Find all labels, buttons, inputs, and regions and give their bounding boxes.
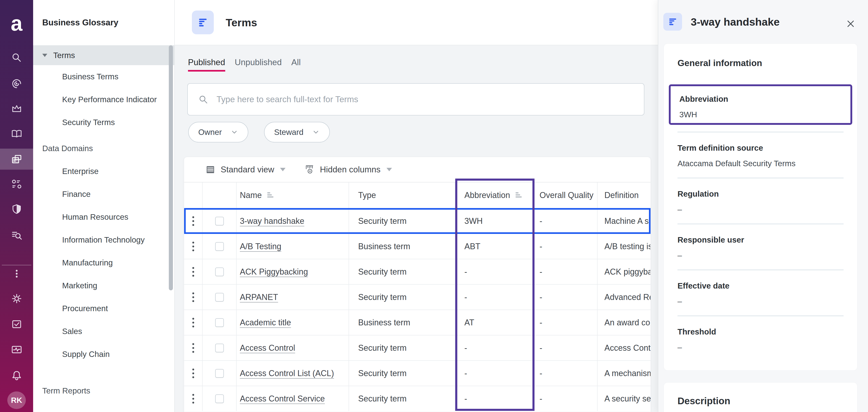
term-link[interactable]: Access Control List (ACL)	[240, 369, 334, 378]
sidebar-item-key-performance-indicator[interactable]: Key Performance Indicator	[33, 88, 174, 111]
row-abbreviation-cell: -	[455, 259, 534, 284]
term-link[interactable]: ARPANET	[240, 292, 278, 302]
column-header-abbreviation[interactable]: Abbreviation	[455, 182, 534, 208]
term-link[interactable]: Access Control	[240, 343, 295, 353]
monitoring-pulse-icon[interactable]	[0, 339, 33, 360]
sidebar-item-sales[interactable]: Sales	[33, 320, 174, 343]
more-kebab-icon[interactable]	[0, 263, 33, 284]
sidebar-item-label: Data Domains	[42, 144, 93, 153]
row-name-cell: Academic title	[237, 310, 349, 335]
term-link[interactable]: Access Control Service	[240, 394, 325, 404]
row-type-cell: Security term	[349, 361, 455, 386]
row-checkbox[interactable]	[215, 394, 224, 403]
tab-bar: PublishedUnpublishedAll	[188, 58, 301, 71]
row-checkbox[interactable]	[215, 344, 224, 352]
tab-unpublished[interactable]: Unpublished	[235, 58, 282, 71]
main-header: Terms	[175, 0, 658, 45]
row-definition-cell: A security se	[597, 386, 651, 411]
sidebar-item-label: Procurement	[62, 304, 108, 313]
term-link[interactable]: Academic title	[240, 318, 291, 327]
steward-filter-dropdown[interactable]: Steward	[264, 122, 330, 142]
row-kebab-icon[interactable]	[191, 367, 195, 380]
data-quality-icon[interactable]	[0, 225, 33, 245]
search-bar[interactable]	[187, 83, 644, 115]
sidebar-item-label: Information Technology	[62, 235, 145, 244]
row-select-cell	[203, 361, 237, 386]
table-row: ACK PiggybackingSecurity term--ACK piggy…	[184, 259, 651, 284]
sidebar-item-enterprise[interactable]: Enterprise	[33, 160, 174, 183]
table-row: Access Control List (ACL)Security term--…	[184, 360, 651, 386]
data-discovery-icon[interactable]	[0, 73, 33, 94]
general-information-card: General information Abbreviation 3WH Ter…	[663, 43, 858, 371]
tab-published[interactable]: Published	[188, 58, 225, 71]
field-value: Ataccama Default Security Terms	[678, 159, 843, 168]
column-header-label: Name	[240, 190, 262, 200]
search-icon[interactable]	[0, 47, 33, 68]
term-link[interactable]: 3-way handshake	[240, 216, 304, 226]
column-header-overall-quality[interactable]: Overall Quality	[534, 182, 597, 208]
knowledge-catalog-icon[interactable]	[0, 123, 33, 144]
sidebar-item-manufacturing[interactable]: Manufacturing	[33, 251, 174, 274]
owner-filter-dropdown[interactable]: Owner	[188, 122, 248, 142]
search-input[interactable]	[216, 94, 627, 105]
row-checkbox[interactable]	[215, 242, 224, 251]
column-header-name[interactable]: Name	[237, 182, 349, 208]
close-icon[interactable]	[845, 18, 856, 29]
column-header-definition[interactable]: Definition	[597, 182, 651, 208]
row-select-cell	[203, 259, 237, 284]
notifications-bell-icon[interactable]	[0, 365, 33, 386]
sidebar-item-supply-chain[interactable]: Supply Chain	[33, 343, 174, 365]
tasks-check-icon[interactable]	[0, 314, 33, 335]
row-quality-cell: -	[534, 285, 597, 310]
crown-icon[interactable]	[0, 98, 33, 119]
row-kebab-icon[interactable]	[191, 392, 195, 405]
field-value: –	[678, 205, 843, 214]
row-abbreviation-cell: -	[455, 285, 534, 310]
sidebar-item-human-resources[interactable]: Human Resources	[33, 206, 174, 228]
row-checkbox[interactable]	[215, 318, 224, 327]
table-row: 3-way handshakeSecurity term3WH-Machine …	[184, 208, 651, 233]
row-kebab-icon[interactable]	[191, 342, 195, 354]
org-structure-icon[interactable]	[0, 174, 33, 195]
app-rail: a RK	[0, 0, 33, 412]
row-kebab-icon[interactable]	[191, 240, 195, 253]
row-kebab-icon[interactable]	[191, 317, 195, 329]
sidebar-item-term-reports[interactable]: Term Reports	[33, 379, 174, 402]
shield-icon[interactable]	[0, 199, 33, 219]
table-row: A/B TestingBusiness termABT-A/B testing …	[184, 233, 651, 259]
row-name-cell: ARPANET	[237, 285, 349, 310]
row-checkbox[interactable]	[215, 217, 224, 226]
hidden-columns-selector[interactable]: Hidden columns	[304, 165, 392, 175]
row-abbreviation-cell: -	[455, 386, 534, 411]
row-kebab-icon[interactable]	[191, 215, 195, 227]
settings-gear-icon[interactable]	[0, 288, 33, 309]
row-checkbox[interactable]	[215, 293, 224, 301]
sidebar-item-business-terms[interactable]: Business Terms	[33, 65, 174, 88]
column-header-type[interactable]: Type	[349, 182, 455, 208]
term-link[interactable]: A/B Testing	[240, 242, 281, 251]
avatar[interactable]: RK	[7, 391, 26, 409]
chevron-down-icon	[312, 128, 320, 136]
row-checkbox[interactable]	[215, 369, 224, 378]
row-type-cell: Security term	[349, 386, 455, 411]
terms-table-card: Standard view Hidden columns NameTypeAbb…	[184, 157, 651, 412]
sidebar-item-finance[interactable]: Finance	[33, 183, 174, 206]
row-kebab-icon[interactable]	[191, 291, 195, 303]
row-checkbox[interactable]	[215, 267, 224, 276]
column-header-label: Overall Quality	[539, 190, 593, 200]
column-header-label: Abbreviation	[464, 190, 510, 200]
sidebar-item-procurement[interactable]: Procurement	[33, 297, 174, 320]
sidebar-item-security-terms[interactable]: Security Terms	[33, 111, 174, 134]
sidebar-scrollbar[interactable]	[169, 45, 173, 290]
sidebar-item-data-domains[interactable]: Data Domains	[33, 137, 174, 160]
sidebar-item-terms[interactable]: Terms	[33, 45, 174, 65]
sidebar-item-information-technology[interactable]: Information Technology	[33, 228, 174, 251]
row-kebab-icon[interactable]	[191, 266, 195, 278]
view-selector[interactable]: Standard view	[205, 165, 285, 175]
sidebar-item-marketing[interactable]: Marketing	[33, 274, 174, 297]
tab-all[interactable]: All	[291, 58, 301, 71]
business-glossary-icon[interactable]	[0, 149, 33, 170]
abbreviation-field-highlighted: Abbreviation 3WH	[669, 84, 852, 125]
term-link[interactable]: ACK Piggybacking	[240, 267, 308, 277]
sidebar-tree: TermsBusiness TermsKey Performance Indic…	[33, 45, 174, 402]
